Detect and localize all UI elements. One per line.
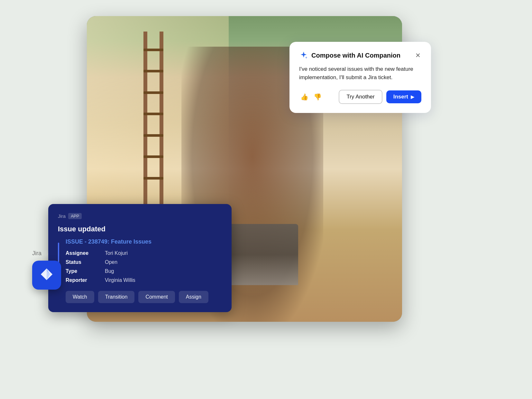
- assign-button[interactable]: Assign: [179, 291, 208, 303]
- transition-button[interactable]: Transition: [98, 291, 135, 303]
- issue-updated-title: Issue updated: [58, 225, 222, 233]
- jira-notification-card: Jira APP Issue updated ISSUE - 238749: F…: [48, 204, 232, 312]
- notification-header: Jira APP: [58, 213, 222, 219]
- ai-popup-title-row: Compose with AI Companion: [299, 51, 400, 60]
- status-label: Status: [66, 259, 101, 265]
- ai-companion-popup: Compose with AI Companion ✕ I've noticed…: [289, 42, 431, 113]
- ai-popup-header: Compose with AI Companion ✕: [299, 51, 421, 60]
- jira-app-badge-row: Jira APP: [58, 213, 82, 219]
- jira-app-name: Jira: [32, 250, 41, 257]
- status-value: Open: [105, 259, 222, 265]
- assignee-label: Assignee: [66, 250, 101, 256]
- type-label: Type: [66, 268, 101, 274]
- thumbs-group: 👍 👎: [299, 92, 323, 102]
- thumbs-down-button[interactable]: 👎: [312, 92, 323, 102]
- close-button[interactable]: ✕: [415, 51, 421, 59]
- reporter-value: Virginia Willis: [105, 277, 222, 283]
- watch-button[interactable]: Watch: [66, 291, 94, 303]
- issue-title[interactable]: ISSUE - 238749: Feature Issues: [66, 238, 222, 245]
- type-value: Bug: [105, 268, 222, 274]
- thumbs-up-button[interactable]: 👍: [299, 92, 310, 102]
- ai-popup-content: I've noticed several issues with the new…: [299, 65, 421, 82]
- ai-popup-title: Compose with AI Companion: [311, 52, 400, 59]
- ai-popup-actions: 👍 👎 Try Another Insert ▶: [299, 90, 421, 104]
- cursor-icon: ▶: [411, 94, 414, 99]
- jira-icon[interactable]: [32, 261, 61, 290]
- app-badge-notification: APP: [68, 213, 82, 219]
- jira-logo-svg: [38, 267, 55, 283]
- jira-app-label: Jira: [58, 213, 66, 219]
- issue-content: ISSUE - 238749: Feature Issues Assignee …: [58, 238, 222, 283]
- comment-button[interactable]: Comment: [138, 291, 175, 303]
- assignee-value: Tori Kojuri: [105, 250, 222, 256]
- try-another-button[interactable]: Try Another: [339, 90, 382, 104]
- insert-button[interactable]: Insert ▶: [386, 90, 421, 103]
- ai-star-icon: [299, 51, 308, 60]
- issue-fields: Assignee Tori Kojuri Status Open Type Bu…: [66, 250, 222, 283]
- insert-label: Insert: [393, 94, 408, 100]
- main-container: Jira APP Jira APP Issue updated ISSUE - …: [64, 16, 418, 354]
- action-buttons: Watch Transition Comment Assign: [58, 291, 222, 303]
- reporter-label: Reporter: [66, 277, 101, 283]
